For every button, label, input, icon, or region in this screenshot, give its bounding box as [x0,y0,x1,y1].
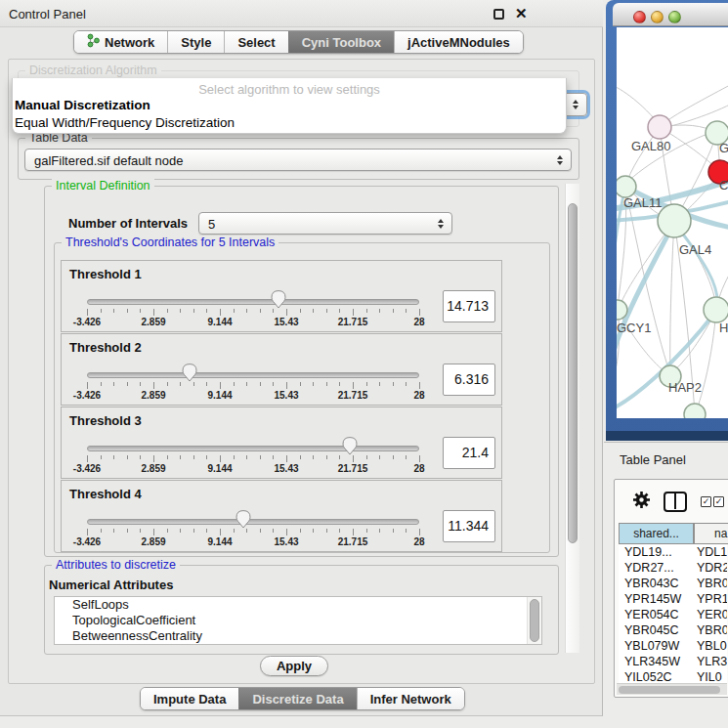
node-clipped-right[interactable] [704,297,728,322]
table-panel: ✓ ✓ shared... na YDL19...YDL1YDR27...YDR… [614,479,728,698]
apply-button[interactable]: Apply [260,656,328,676]
slider-tick [193,382,194,386]
slider-tick [113,309,114,313]
node-label: H [719,321,728,335]
scrollbar-thumb[interactable] [568,203,578,543]
threshold-2-value-input[interactable]: 6.316 [443,364,495,396]
slider-tick [220,382,221,389]
list-scrollbar[interactable] [527,597,541,644]
threshold-1-value-input[interactable]: 14.713 [443,290,495,322]
tab-select[interactable]: Select [224,31,287,53]
slider-thumb[interactable] [271,289,286,309]
threshold-label: Threshold 3 [69,413,142,428]
slider-tick [406,529,407,533]
column-header-name[interactable]: na [694,523,728,544]
dropdown-prompt: Select algorithm to view settings [13,82,566,97]
threshold-2-panel: Threshold 2 6.316 -3.4262.8599.14415.432… [61,333,502,406]
minimize-traffic-light-icon[interactable] [651,11,664,23]
table-row[interactable]: YIL052CYIL0 [619,669,727,683]
node-label: HAP2 [668,380,702,395]
slider-tick [393,309,394,313]
gear-icon[interactable] [632,491,651,513]
network-canvas[interactable]: GAL80 GAL11 GAL4 GCY1 HAP2 GA C H [617,27,728,418]
number-of-intervals-label: Number of Intervals [68,216,188,231]
threshold-1-slider[interactable] [87,299,419,305]
table-row[interactable]: YER054CYER0 [619,607,727,622]
slider-tick [246,382,247,386]
checkbox-checked-icon[interactable]: ✓ [701,496,711,507]
tab-impute-data[interactable]: Impute Data [141,688,238,709]
slider-thumb[interactable] [182,363,197,382]
slider-tick [313,455,314,459]
table-horizontal-scrollbar[interactable] [617,683,727,695]
node-gal11[interactable] [617,176,636,197]
dropdown-option-equal-width-frequency[interactable]: Equal Width/Frequency Discretization [15,115,235,130]
scrollbar-thumb[interactable] [619,686,720,694]
slider-thumb[interactable] [236,509,251,529]
dropdown-option-manual-discretization[interactable]: Manual Discretization [15,98,150,112]
table-data-combobox[interactable]: galFiltered.sif default node [24,149,572,171]
slider-scale-label: 15.43 [257,390,316,401]
threshold-label: Threshold 4 [69,487,142,501]
slider-tick [180,455,181,459]
list-item[interactable]: SelfLoops [55,597,541,613]
slider-thumb[interactable] [342,436,358,455]
node-gal80[interactable] [648,115,671,139]
network-icon [87,33,100,51]
tab-network[interactable]: Network [74,31,167,53]
close-icon[interactable]: ✕ [515,5,528,22]
settings-scrollbar[interactable] [565,184,579,653]
list-item[interactable]: TopologicalCoefficient [55,613,541,628]
table-rows[interactable]: YDL19...YDL1YDR27...YDR2YBR043CYBR0YPR14… [619,544,727,683]
slider-tick [313,529,314,533]
float-window-icon[interactable] [493,9,504,20]
slider-scale-label: 9.144 [191,536,249,547]
threshold-4-slider[interactable] [87,519,419,525]
top-tabbar: Network Style Select Cyni Toolbox jActiv… [73,30,524,54]
zoom-traffic-light-icon[interactable] [668,11,681,23]
threshold-4-value-input[interactable]: 11.344 [443,510,495,542]
slider-tick [273,529,274,533]
slider-tick [140,309,141,313]
node-gal4[interactable] [658,204,691,237]
checkbox-checked-icon[interactable]: ✓ [713,496,724,507]
threshold-3-slider[interactable] [87,446,419,451]
slider-tick [326,455,327,459]
tab-style[interactable]: Style [167,31,224,53]
table-row[interactable]: YDR27...YDR2 [619,560,727,576]
slider-tick [206,455,207,459]
slider-tick [153,382,154,389]
tab-discretize-data[interactable]: Discretize Data [238,688,356,709]
columns-icon[interactable] [664,492,687,512]
slider-tick [234,529,235,533]
numerical-attributes-list[interactable]: SelfLoopsTopologicalCoefficientBetweenne… [54,596,542,645]
threshold-3-value-input[interactable]: 21.4 [443,437,495,469]
slider-tick [127,309,128,313]
list-item[interactable]: BetweennessCentrality [55,628,541,644]
table-row[interactable]: YLR345WYLR3 [619,654,727,669]
scrollbar-thumb[interactable] [530,599,539,642]
number-of-intervals-combobox[interactable]: 5 [198,212,452,235]
threshold-2-slider[interactable] [87,372,419,378]
node-clipped-bottom[interactable] [684,404,706,418]
slider-tick [87,382,88,389]
slider-tick [300,455,301,459]
tab-jactivemnodules[interactable]: jActiveMNodules [394,31,523,53]
close-traffic-light-icon[interactable] [633,11,646,23]
tab-infer-network[interactable]: Infer Network [357,688,464,709]
table-row[interactable]: YBR045CYBR0 [619,622,727,638]
network-window-titlebar [613,3,728,26]
tab-cyni-toolbox[interactable]: Cyni Toolbox [288,31,394,53]
column-header-shared-name[interactable]: shared... [619,523,694,544]
table-row[interactable]: YDL19...YDL1 [619,544,727,560]
combo-arrows-icon [438,219,444,229]
tab-label: Style [181,35,211,50]
slider-tick [101,382,102,386]
slider-tick [300,309,301,313]
slider-tick [339,455,340,459]
slider-tick [180,382,181,386]
group-label: Threshold's Coordinates for 5 Intervals [62,236,278,249]
table-row[interactable]: YBR043CYBR0 [619,576,727,591]
table-row[interactable]: YBL079WYBL0 [619,638,727,654]
table-row[interactable]: YPR145WYPR1 [619,591,727,607]
